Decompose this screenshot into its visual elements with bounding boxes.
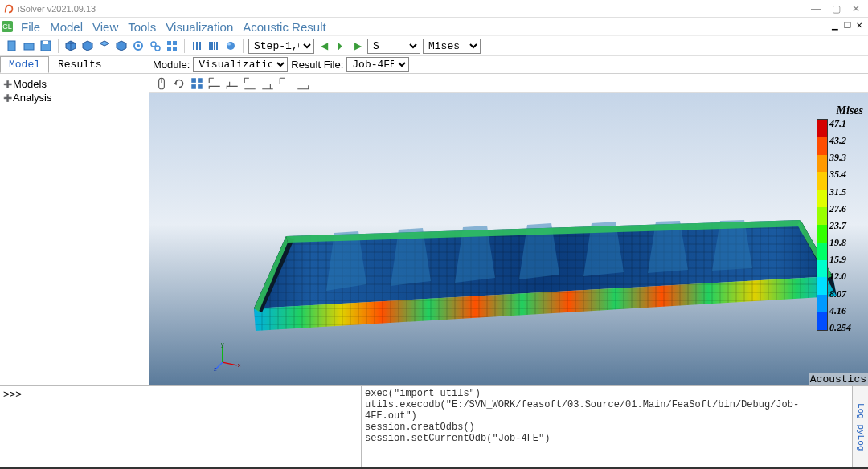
color-legend: Mises 47.143.239.335.431.527.623.719.815…	[817, 104, 863, 332]
legend-segment	[817, 312, 827, 330]
legend-segment	[817, 243, 827, 260]
menu-acoustic-result[interactable]: Acoustic Result	[243, 20, 326, 34]
gear-button[interactable]	[131, 39, 145, 53]
tab-model[interactable]: Model	[0, 56, 49, 73]
rotate-icon[interactable]	[172, 76, 186, 91]
svg-rect-32	[191, 84, 196, 89]
legend-segment	[817, 120, 827, 137]
menu-view[interactable]: View	[92, 20, 118, 34]
svg-marker-8	[100, 41, 109, 46]
command-log[interactable]: exec("import utils") utils.execodb("E:/S…	[362, 386, 852, 467]
minimize-button[interactable]: —	[811, 3, 821, 14]
step-select[interactable]: Step-1,0	[248, 39, 314, 54]
legend-value: 4.16	[829, 306, 851, 316]
step-play-button[interactable]: ⏵	[334, 39, 348, 53]
log-tab-label: Log pyLog	[856, 403, 866, 451]
svg-marker-7	[83, 41, 92, 51]
svg-point-11	[137, 44, 140, 47]
cube-top-button[interactable]	[97, 39, 112, 53]
expand-icon[interactable]: ➕	[3, 80, 11, 88]
close-button[interactable]: ✕	[852, 3, 860, 14]
save-file-button[interactable]	[39, 39, 53, 53]
step-next-button[interactable]: ▶	[350, 39, 365, 53]
result-file-label: Result File:	[291, 59, 343, 71]
menu-tools[interactable]: Tools	[128, 20, 156, 34]
frame4-icon[interactable]	[260, 76, 275, 91]
fem-render	[238, 188, 849, 332]
svg-point-13	[155, 46, 160, 51]
console-panel: >>> exec("import utils") utils.execodb("…	[0, 385, 868, 467]
title-bar: iSolver v2021.09.13 — ▢ ✕	[0, 0, 868, 18]
frame3-icon[interactable]	[243, 76, 257, 91]
view-triad: x y z	[214, 342, 243, 371]
separator	[243, 39, 244, 53]
mouse-icon[interactable]	[154, 76, 169, 91]
legend-segment	[817, 260, 827, 278]
cube-side-button[interactable]	[114, 39, 129, 53]
app-icon	[3, 3, 14, 14]
module-select[interactable]: Visualization	[193, 57, 288, 72]
menu-file[interactable]: File	[21, 20, 40, 34]
field-variable-select[interactable]: S	[367, 39, 420, 54]
tree-item-models[interactable]: ➕Models	[2, 77, 147, 91]
frame5-icon[interactable]	[278, 76, 293, 91]
grid-button[interactable]	[165, 39, 179, 53]
legend-segment	[817, 225, 827, 243]
svg-rect-14	[167, 41, 171, 45]
bars2-button[interactable]	[207, 39, 221, 53]
menu-model[interactable]: Model	[50, 20, 83, 34]
legend-value: 12.0	[829, 271, 851, 281]
svg-point-12	[151, 42, 156, 47]
legend-value: 47.1	[829, 119, 851, 128]
status-right: Acoustics	[809, 373, 868, 385]
tree-tabs: Model Results	[0, 56, 149, 73]
render-canvas[interactable]: x y z Mises 47.143.239.335.431.527.623.7…	[149, 93, 868, 385]
sphere-button[interactable]	[223, 39, 238, 53]
log-side-tab[interactable]: Log pyLog	[852, 386, 868, 467]
bars1-button[interactable]	[190, 39, 204, 53]
svg-rect-15	[173, 41, 177, 45]
expand-icon[interactable]: ➕	[3, 94, 11, 102]
mdi-restore-icon[interactable]: ❐	[841, 21, 853, 32]
legend-segment	[817, 207, 827, 225]
cube-front-button[interactable]	[80, 39, 95, 53]
frame1-icon[interactable]	[207, 76, 222, 91]
separator	[184, 39, 185, 53]
new-file-button[interactable]	[5, 39, 19, 53]
svg-rect-1	[24, 43, 34, 50]
open-file-button[interactable]	[22, 39, 36, 53]
field-component-select[interactable]: Mises	[423, 39, 481, 54]
module-label: Module:	[153, 59, 190, 71]
legend-segment	[817, 190, 827, 207]
legend-value: 27.6	[829, 204, 851, 214]
step-prev-button[interactable]: ◀	[317, 39, 331, 53]
gears-button[interactable]	[148, 39, 162, 53]
command-input-area[interactable]: >>>	[0, 386, 362, 467]
svg-rect-30	[191, 78, 196, 83]
maximize-button[interactable]: ▢	[832, 3, 841, 14]
legend-segment	[817, 155, 827, 173]
frame2-icon[interactable]	[225, 76, 240, 91]
svg-rect-16	[167, 47, 171, 51]
grid4-icon[interactable]	[190, 76, 204, 91]
svg-text:y: y	[221, 342, 224, 348]
svg-text:z: z	[214, 365, 217, 371]
frame6-icon[interactable]	[296, 76, 310, 91]
mdi-minimize-icon[interactable]: ▁	[829, 21, 841, 32]
app-badge-icon: CL	[2, 21, 13, 32]
mdi-close-icon[interactable]: ✕	[854, 21, 865, 32]
result-file-select[interactable]: Job-4FE	[346, 57, 409, 72]
legend-value: 23.7	[829, 221, 851, 230]
legend-value: 39.3	[829, 153, 851, 162]
legend-value: 0.254	[829, 323, 851, 332]
menu-visualization[interactable]: Visualization	[166, 20, 233, 34]
window-title: iSolver v2021.09.13	[18, 4, 811, 14]
legend-value: 15.9	[829, 255, 851, 264]
svg-rect-31	[198, 78, 203, 83]
separator	[58, 39, 59, 53]
legend-title: Mises	[817, 104, 863, 117]
svg-rect-17	[173, 47, 177, 51]
tree-item-analysis[interactable]: ➕Analysis	[2, 91, 147, 104]
cube-iso-button[interactable]	[63, 39, 78, 53]
tab-results[interactable]: Results	[49, 56, 111, 73]
